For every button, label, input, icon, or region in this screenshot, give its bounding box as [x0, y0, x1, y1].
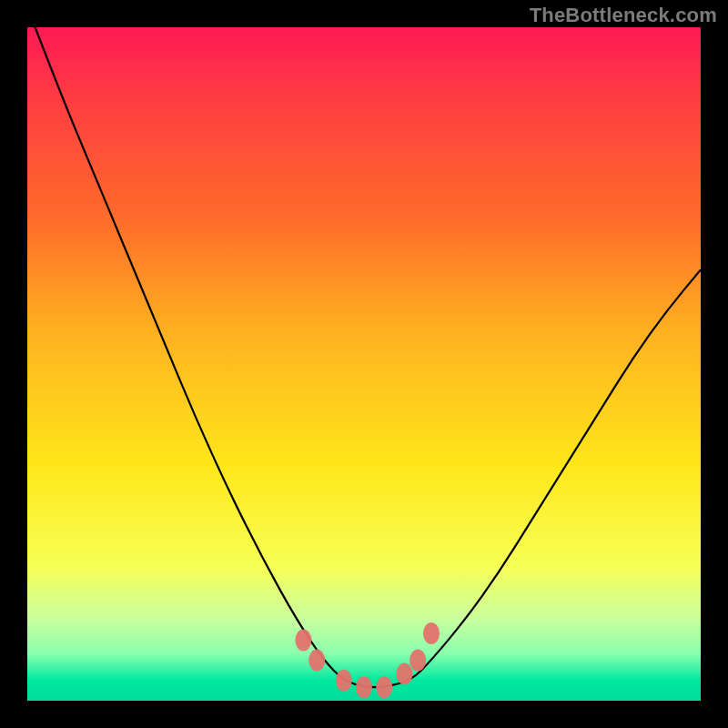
curve-marker	[423, 622, 440, 644]
curve-marker	[336, 670, 352, 692]
curve-marker	[308, 650, 325, 672]
curve-marker	[376, 676, 392, 698]
curve-marker	[410, 650, 426, 672]
outer-frame: TheBottleneck.com	[0, 0, 728, 728]
marker-group	[295, 622, 440, 698]
curve-marker	[295, 629, 311, 651]
curve-marker	[356, 676, 372, 698]
curve-marker	[396, 662, 412, 684]
chart-svg	[27, 27, 701, 701]
watermark-text: TheBottleneck.com	[530, 4, 717, 27]
bottleneck-curve	[27, 27, 701, 687]
plot-area	[27, 27, 701, 701]
